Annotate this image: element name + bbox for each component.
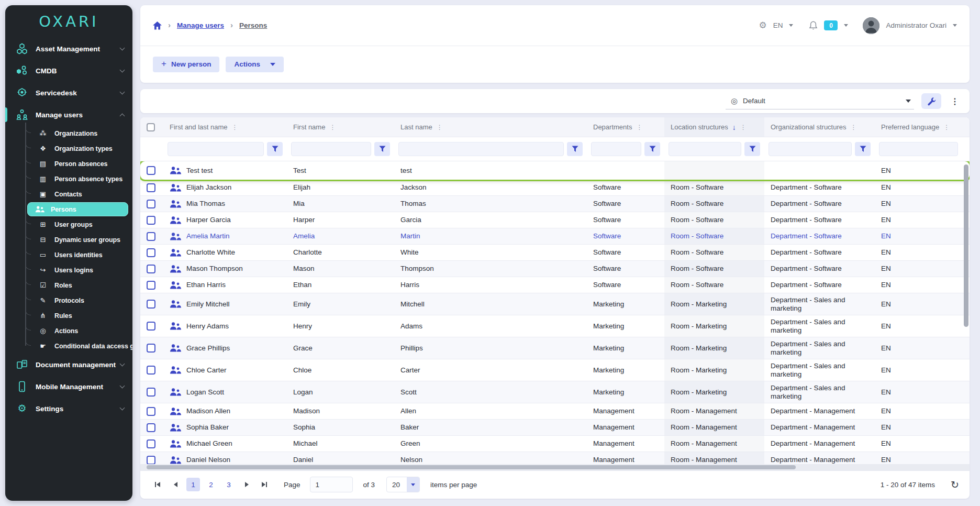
language-caret-icon[interactable] xyxy=(789,24,793,27)
column-menu-kebab-icon[interactable]: ⋮ xyxy=(636,124,643,131)
column-settings-button[interactable] xyxy=(921,93,941,109)
table-row[interactable]: Daniel NelsonDanielNelsonManagementRoom … xyxy=(140,452,970,464)
user-menu-caret-icon[interactable] xyxy=(953,24,957,27)
row-checkbox[interactable] xyxy=(147,456,155,465)
row-checkbox[interactable] xyxy=(147,183,155,192)
row-checkbox[interactable] xyxy=(147,366,155,375)
table-row[interactable]: Amelia MartinAmeliaMartinSoftwareRoom - … xyxy=(140,228,970,245)
sidebar-item-cmdb[interactable]: CMDB xyxy=(5,60,132,82)
filter-input-first-and-last-name[interactable] xyxy=(168,142,264,156)
page-button-2[interactable]: 2 xyxy=(204,478,218,491)
horizontal-scrollbar-thumb[interactable] xyxy=(147,465,796,469)
home-icon[interactable] xyxy=(153,21,162,30)
new-person-button[interactable]: + New person xyxy=(153,57,219,72)
next-page-button[interactable] xyxy=(240,478,253,491)
select-all-checkbox[interactable] xyxy=(147,123,155,131)
table-row[interactable]: Mason ThompsonMasonThompsonSoftwareRoom … xyxy=(140,261,970,277)
sidebar-item-roles[interactable]: ☑Roles xyxy=(5,278,132,293)
table-row[interactable]: Grace PhillipsGracePhillipsMarketingRoom… xyxy=(140,337,970,359)
sidebar-item-rules[interactable]: ⋔Rules xyxy=(5,308,132,323)
vertical-scrollbar-thumb[interactable] xyxy=(964,164,968,327)
grid-menu-kebab-icon[interactable]: ⋮ xyxy=(949,96,961,106)
row-checkbox[interactable] xyxy=(147,216,155,225)
row-checkbox[interactable] xyxy=(147,232,155,241)
table-row[interactable]: Charlotte WhiteCharlotteWhiteSoftwareRoo… xyxy=(140,245,970,261)
sidebar-item-contacts[interactable]: ▣Contacts xyxy=(5,186,132,202)
previous-page-button[interactable] xyxy=(169,478,182,491)
sidebar-item-person-absences[interactable]: ▤Person absences xyxy=(5,156,132,171)
sidebar-item-dynamic-user-groups[interactable]: ⊟Dynamic user groups xyxy=(5,232,132,247)
filter-funnel-button[interactable] xyxy=(567,142,583,156)
horizontal-scrollbar[interactable] xyxy=(140,464,970,470)
table-row-highlighted[interactable]: Test testTesttestEN xyxy=(140,161,970,180)
column-header-preferred-language[interactable]: Preferred language⋮ xyxy=(875,117,962,137)
filter-funnel-button[interactable] xyxy=(855,142,871,156)
page-number-input[interactable] xyxy=(310,477,353,492)
breadcrumb-link-manage-users[interactable]: Manage users xyxy=(177,21,224,29)
column-header-organizational-structures[interactable]: Organizational structures⋮ xyxy=(764,117,875,137)
column-header-first-name[interactable]: First name⋮ xyxy=(287,117,394,137)
filter-input-preferred-language[interactable] xyxy=(879,142,958,156)
column-menu-kebab-icon[interactable]: ⋮ xyxy=(943,124,950,131)
filter-funnel-button[interactable] xyxy=(267,142,283,156)
sidebar-item-organizations[interactable]: ⁂Organizations xyxy=(5,126,132,141)
sidebar-item-settings[interactable]: ⚙Settings xyxy=(5,398,132,420)
table-row[interactable]: Emily MitchellEmilyMitchellMarketingRoom… xyxy=(140,293,970,315)
table-row[interactable]: Mia ThomasMiaThomasSoftwareRoom - Softwa… xyxy=(140,196,970,212)
filter-funnel-button[interactable] xyxy=(744,142,760,156)
row-checkbox[interactable] xyxy=(147,439,155,448)
row-checkbox[interactable] xyxy=(147,200,155,208)
sidebar-item-user-groups[interactable]: ⊞User groups xyxy=(5,217,132,232)
row-checkbox[interactable] xyxy=(147,423,155,432)
sidebar-item-asset-management[interactable]: Asset Management xyxy=(5,38,132,60)
notifications-caret-icon[interactable] xyxy=(844,24,848,27)
page-size-select[interactable]: 20 xyxy=(386,477,420,492)
table-row[interactable]: Madison AllenMadisonAllenManagementRoom … xyxy=(140,403,970,420)
table-row[interactable]: Michael GreenMichaelGreenManagementRoom … xyxy=(140,436,970,452)
first-page-button[interactable] xyxy=(151,478,164,491)
last-page-button[interactable] xyxy=(258,478,271,491)
sidebar-item-mobile-management[interactable]: Mobile Management xyxy=(5,376,132,398)
sidebar-item-manage-users[interactable]: Manage users xyxy=(5,104,132,126)
table-row[interactable]: Ethan HarrisEthanHarrisSoftwareRoom - So… xyxy=(140,277,970,293)
sidebar-item-organization-types[interactable]: ❖Organization types xyxy=(5,141,132,156)
filter-input-last-name[interactable] xyxy=(398,142,564,156)
sidebar-item-document-management[interactable]: Document management xyxy=(5,354,132,376)
filter-input-location-structures[interactable] xyxy=(669,142,741,156)
row-checkbox[interactable] xyxy=(147,166,155,175)
filter-input-departments[interactable] xyxy=(591,142,641,156)
sidebar-item-person-absence-types[interactable]: ▥Person absence types xyxy=(5,171,132,186)
row-checkbox[interactable] xyxy=(147,322,155,331)
sidebar-item-persons[interactable]: Persons xyxy=(27,202,128,216)
column-header-departments[interactable]: Departments⋮ xyxy=(587,117,664,137)
sort-desc-arrow-icon[interactable]: ↓ xyxy=(732,123,736,131)
notifications-bell-icon[interactable] xyxy=(809,21,818,30)
row-checkbox[interactable] xyxy=(147,265,155,273)
table-row[interactable]: Henry AdamsHenryAdamsMarketingRoom - Mar… xyxy=(140,315,970,337)
row-checkbox[interactable] xyxy=(147,344,155,353)
row-checkbox[interactable] xyxy=(147,407,155,416)
sidebar-item-conditional-data-access-groups[interactable]: ☛Conditional data access groups xyxy=(5,338,132,354)
column-menu-kebab-icon[interactable]: ⋮ xyxy=(851,124,858,131)
filter-funnel-button[interactable] xyxy=(374,142,390,156)
filter-input-first-name[interactable] xyxy=(291,142,371,156)
user-name-label[interactable]: Administrator Oxari xyxy=(886,21,946,29)
table-row[interactable]: Chloe CarterChloeCarterMarketingRoom - M… xyxy=(140,359,970,381)
sidebar-item-actions[interactable]: ◎Actions xyxy=(5,323,132,338)
table-row[interactable]: Elijah JacksonElijahJacksonSoftwareRoom … xyxy=(140,180,970,196)
table-row[interactable]: Sophia BakerSophiaBakerManagementRoom - … xyxy=(140,420,970,436)
column-menu-kebab-icon[interactable]: ⋮ xyxy=(329,124,336,131)
column-menu-kebab-icon[interactable]: ⋮ xyxy=(232,124,239,131)
vertical-scrollbar[interactable] xyxy=(964,161,968,464)
row-checkbox[interactable] xyxy=(147,388,155,397)
table-row[interactable]: Harper GarciaHarperGarciaSoftwareRoom - … xyxy=(140,212,970,228)
view-select[interactable]: ◎ Default xyxy=(726,93,914,109)
settings-gear-icon[interactable]: ⚙ xyxy=(759,20,766,31)
row-checkbox[interactable] xyxy=(147,281,155,290)
sidebar-item-servicedesk[interactable]: Servicedesk xyxy=(5,82,132,104)
refresh-icon[interactable]: ↻ xyxy=(951,479,959,491)
row-checkbox[interactable] xyxy=(147,300,155,309)
column-menu-kebab-icon[interactable]: ⋮ xyxy=(740,124,747,131)
filter-funnel-button[interactable] xyxy=(644,142,660,156)
sidebar-item-protocols[interactable]: ✎Protocols xyxy=(5,293,132,308)
